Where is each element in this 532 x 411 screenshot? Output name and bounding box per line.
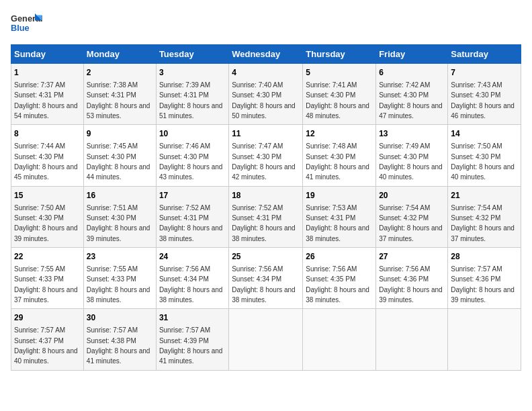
day-info: Sunrise: 7:41 AMSunset: 4:30 PMDaylight:… [306, 81, 369, 120]
day-number: 9 [87, 128, 153, 140]
calendar-cell: 26 Sunrise: 7:56 AMSunset: 4:35 PMDaylig… [303, 248, 376, 309]
calendar-cell: 2 Sunrise: 7:38 AMSunset: 4:31 PMDayligh… [83, 64, 156, 125]
calendar: SundayMondayTuesdayWednesdayThursdayFrid… [11, 44, 521, 371]
weekday-header-monday: Monday [83, 45, 156, 64]
day-info: Sunrise: 7:53 AMSunset: 4:31 PMDaylight:… [306, 204, 369, 242]
weekday-header-wednesday: Wednesday [229, 45, 303, 64]
day-info: Sunrise: 7:47 AMSunset: 4:30 PMDaylight:… [232, 142, 296, 181]
day-number: 28 [451, 251, 518, 263]
calendar-cell: 20 Sunrise: 7:54 AMSunset: 4:32 PMDaylig… [376, 186, 448, 247]
calendar-cell: 1 Sunrise: 7:37 AMSunset: 4:31 PMDayligh… [11, 64, 84, 125]
day-info: Sunrise: 7:55 AMSunset: 4:33 PMDaylight:… [87, 265, 150, 304]
calendar-cell: 25 Sunrise: 7:56 AMSunset: 4:34 PMDaylig… [229, 248, 303, 309]
day-number: 27 [379, 251, 445, 263]
day-number: 25 [232, 251, 300, 263]
calendar-cell: 11 Sunrise: 7:47 AMSunset: 4:30 PMDaylig… [229, 125, 303, 186]
day-info: Sunrise: 7:57 AMSunset: 4:39 PMDaylight:… [159, 326, 223, 365]
calendar-cell [303, 309, 376, 370]
calendar-cell [229, 309, 303, 370]
day-info: Sunrise: 7:56 AMSunset: 4:36 PMDaylight:… [379, 265, 443, 304]
day-info: Sunrise: 7:57 AMSunset: 4:38 PMDaylight:… [87, 326, 150, 365]
calendar-cell: 23 Sunrise: 7:55 AMSunset: 4:33 PMDaylig… [83, 248, 156, 309]
weekday-header-tuesday: Tuesday [156, 45, 228, 64]
calendar-week-4: 22 Sunrise: 7:55 AMSunset: 4:33 PMDaylig… [11, 248, 521, 309]
day-number: 3 [159, 67, 226, 79]
calendar-cell: 3 Sunrise: 7:39 AMSunset: 4:31 PMDayligh… [156, 64, 228, 125]
calendar-cell [448, 309, 521, 370]
day-number: 26 [306, 251, 373, 263]
day-info: Sunrise: 7:57 AMSunset: 4:36 PMDaylight:… [451, 265, 515, 304]
calendar-cell: 8 Sunrise: 7:44 AMSunset: 4:30 PMDayligh… [11, 125, 84, 186]
day-number: 8 [14, 128, 81, 140]
calendar-cell: 5 Sunrise: 7:41 AMSunset: 4:30 PMDayligh… [303, 64, 376, 125]
calendar-cell [376, 309, 448, 370]
day-info: Sunrise: 7:52 AMSunset: 4:31 PMDaylight:… [159, 204, 223, 242]
day-info: Sunrise: 7:56 AMSunset: 4:34 PMDaylight:… [159, 265, 223, 304]
day-info: Sunrise: 7:44 AMSunset: 4:30 PMDaylight:… [14, 142, 78, 181]
day-info: Sunrise: 7:54 AMSunset: 4:32 PMDaylight:… [451, 204, 515, 242]
day-number: 11 [232, 128, 300, 140]
calendar-cell: 24 Sunrise: 7:56 AMSunset: 4:34 PMDaylig… [156, 248, 228, 309]
calendar-cell: 30 Sunrise: 7:57 AMSunset: 4:38 PMDaylig… [83, 309, 156, 370]
day-number: 20 [379, 190, 445, 201]
day-number: 16 [87, 190, 153, 201]
day-info: Sunrise: 7:50 AMSunset: 4:30 PMDaylight:… [14, 204, 78, 242]
day-number: 1 [14, 67, 81, 79]
calendar-cell: 28 Sunrise: 7:57 AMSunset: 4:36 PMDaylig… [448, 248, 521, 309]
day-number: 12 [306, 128, 373, 140]
calendar-cell: 29 Sunrise: 7:57 AMSunset: 4:37 PMDaylig… [11, 309, 84, 370]
day-info: Sunrise: 7:51 AMSunset: 4:30 PMDaylight:… [87, 204, 150, 242]
calendar-cell: 10 Sunrise: 7:46 AMSunset: 4:30 PMDaylig… [156, 125, 228, 186]
day-info: Sunrise: 7:38 AMSunset: 4:31 PMDaylight:… [87, 81, 150, 120]
calendar-week-1: 1 Sunrise: 7:37 AMSunset: 4:31 PMDayligh… [11, 64, 521, 125]
day-number: 14 [451, 128, 518, 140]
calendar-cell: 16 Sunrise: 7:51 AMSunset: 4:30 PMDaylig… [83, 186, 156, 247]
calendar-week-5: 29 Sunrise: 7:57 AMSunset: 4:37 PMDaylig… [11, 309, 521, 370]
calendar-cell: 18 Sunrise: 7:52 AMSunset: 4:31 PMDaylig… [229, 186, 303, 247]
day-info: Sunrise: 7:57 AMSunset: 4:37 PMDaylight:… [14, 326, 78, 365]
calendar-cell: 12 Sunrise: 7:48 AMSunset: 4:30 PMDaylig… [303, 125, 376, 186]
day-number: 23 [87, 251, 153, 263]
day-info: Sunrise: 7:54 AMSunset: 4:32 PMDaylight:… [379, 204, 443, 242]
day-info: Sunrise: 7:55 AMSunset: 4:33 PMDaylight:… [14, 265, 78, 304]
day-number: 7 [451, 67, 518, 79]
calendar-cell: 7 Sunrise: 7:43 AMSunset: 4:30 PMDayligh… [448, 64, 521, 125]
day-info: Sunrise: 7:56 AMSunset: 4:34 PMDaylight:… [232, 265, 296, 304]
day-number: 19 [306, 190, 373, 201]
calendar-week-2: 8 Sunrise: 7:44 AMSunset: 4:30 PMDayligh… [11, 125, 521, 186]
calendar-cell: 14 Sunrise: 7:50 AMSunset: 4:30 PMDaylig… [448, 125, 521, 186]
calendar-cell: 17 Sunrise: 7:52 AMSunset: 4:31 PMDaylig… [156, 186, 228, 247]
calendar-cell: 19 Sunrise: 7:53 AMSunset: 4:31 PMDaylig… [303, 186, 376, 247]
calendar-cell: 6 Sunrise: 7:42 AMSunset: 4:30 PMDayligh… [376, 64, 448, 125]
weekday-header-saturday: Saturday [448, 45, 521, 64]
day-number: 2 [87, 67, 153, 79]
day-info: Sunrise: 7:39 AMSunset: 4:31 PMDaylight:… [159, 81, 223, 120]
svg-text:Blue: Blue [11, 23, 30, 33]
day-info: Sunrise: 7:40 AMSunset: 4:30 PMDaylight:… [232, 81, 296, 120]
calendar-cell: 15 Sunrise: 7:50 AMSunset: 4:30 PMDaylig… [11, 186, 84, 247]
day-number: 5 [306, 67, 373, 79]
day-number: 15 [14, 190, 81, 201]
day-number: 18 [232, 190, 300, 201]
calendar-cell: 27 Sunrise: 7:56 AMSunset: 4:36 PMDaylig… [376, 248, 448, 309]
day-number: 22 [14, 251, 81, 263]
weekday-header-thursday: Thursday [303, 45, 376, 64]
day-info: Sunrise: 7:49 AMSunset: 4:30 PMDaylight:… [379, 142, 443, 181]
day-number: 10 [159, 128, 226, 140]
day-info: Sunrise: 7:42 AMSunset: 4:30 PMDaylight:… [379, 81, 443, 120]
calendar-cell: 21 Sunrise: 7:54 AMSunset: 4:32 PMDaylig… [448, 186, 521, 247]
day-info: Sunrise: 7:37 AMSunset: 4:31 PMDaylight:… [14, 81, 78, 120]
day-number: 31 [159, 312, 226, 324]
header: General Blue [11, 11, 521, 38]
calendar-cell: 31 Sunrise: 7:57 AMSunset: 4:39 PMDaylig… [156, 309, 228, 370]
day-number: 17 [159, 190, 226, 201]
calendar-cell: 4 Sunrise: 7:40 AMSunset: 4:30 PMDayligh… [229, 64, 303, 125]
day-info: Sunrise: 7:48 AMSunset: 4:30 PMDaylight:… [306, 142, 369, 181]
day-number: 4 [232, 67, 300, 79]
calendar-cell: 9 Sunrise: 7:45 AMSunset: 4:30 PMDayligh… [83, 125, 156, 186]
weekday-header-friday: Friday [376, 45, 448, 64]
day-info: Sunrise: 7:43 AMSunset: 4:30 PMDaylight:… [451, 81, 515, 120]
day-info: Sunrise: 7:52 AMSunset: 4:31 PMDaylight:… [232, 204, 296, 242]
day-info: Sunrise: 7:50 AMSunset: 4:30 PMDaylight:… [451, 142, 515, 181]
day-number: 21 [451, 190, 518, 201]
